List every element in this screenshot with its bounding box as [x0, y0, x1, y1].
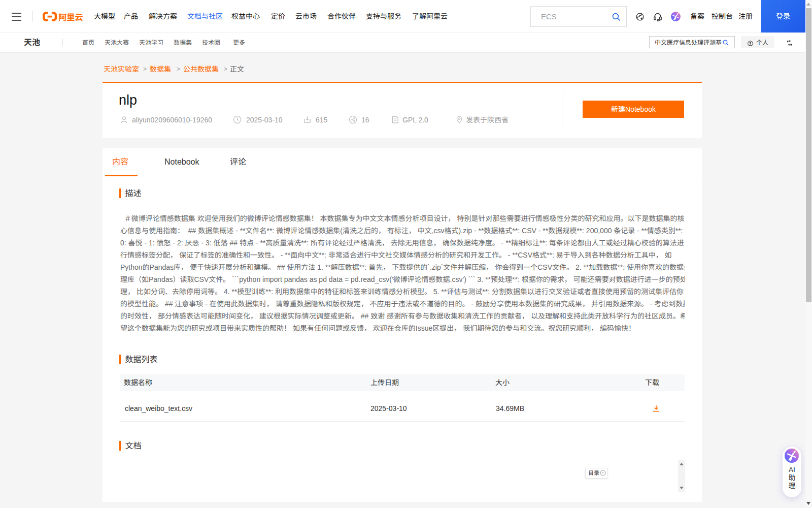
svg-text:阿里云: 阿里云 — [58, 13, 83, 22]
